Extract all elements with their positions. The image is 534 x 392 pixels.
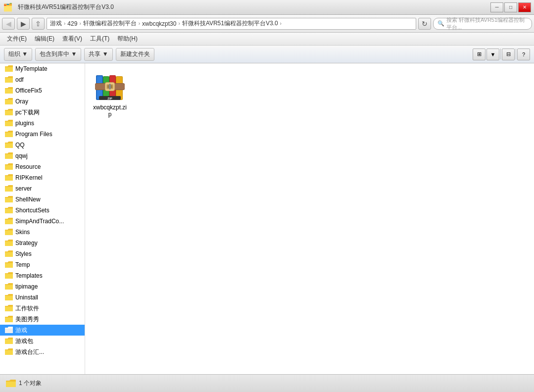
up-button[interactable]: ⇧ — [32, 18, 45, 30]
folder-name: 工作软件 — [15, 304, 39, 313]
share-button[interactable]: 共享 ▼ — [84, 48, 112, 61]
view-options-button[interactable]: ▼ — [486, 49, 499, 60]
toolbar-separator — [500, 49, 501, 59]
folder-name: Temp — [15, 261, 30, 268]
folder-name: 游戏台汇... — [15, 348, 44, 356]
folder-name: server — [15, 185, 32, 192]
folder-name: Strategy — [15, 240, 38, 246]
organize-button[interactable]: 组织 ▼ — [4, 48, 32, 61]
folder-name: odf — [15, 76, 24, 83]
folder-icon — [5, 218, 13, 225]
folder-icon — [5, 98, 13, 105]
folder-icon — [5, 240, 13, 246]
search-bar[interactable]: 🔍 搜索 轩微科技AVR51编程器控制平台... — [433, 18, 532, 30]
sidebar-folder-item[interactable]: server — [0, 183, 85, 194]
sidebar-folder-item[interactable]: RIPKernel — [0, 172, 85, 183]
path-sep-2: › — [79, 21, 81, 26]
folder-name: OfficeFix5 — [15, 87, 42, 94]
view-toggle-button[interactable]: ⊞ — [473, 49, 485, 60]
status-text: 1 个对象 — [19, 379, 42, 388]
new-folder-button[interactable]: 新建文件夹 — [116, 48, 154, 61]
sidebar-folder-item[interactable]: ShortcutSets — [0, 205, 85, 216]
sidebar-folder-item[interactable]: 游戏包 — [0, 336, 85, 346]
folder-name: SimpAndTradCo... — [15, 218, 64, 225]
toolbar-separator-2 — [516, 49, 516, 59]
back-button[interactable]: ◀ — [2, 18, 15, 30]
folder-icon — [5, 327, 13, 334]
sidebar-folder-item[interactable]: SimpAndTradCo... — [0, 216, 85, 227]
status-bar: 1 个对象 — [0, 374, 534, 392]
path-sep-4: › — [178, 21, 180, 26]
menu-view[interactable]: 查看(V) — [58, 33, 86, 45]
minimize-button[interactable]: ─ — [490, 2, 503, 12]
sidebar-folder-item[interactable]: 工作软件 — [0, 303, 85, 314]
help-button[interactable]: ? — [517, 49, 530, 60]
sidebar-folder-item[interactable]: MyTemplate — [0, 63, 85, 74]
folder-icon — [5, 261, 13, 268]
sidebar-folder-item[interactable]: plugins — [0, 118, 85, 129]
refresh-button[interactable]: ↻ — [418, 18, 431, 30]
zip-file-icon: ZIP — [94, 70, 126, 102]
title-bar-controls: ─ □ ✕ — [490, 2, 531, 12]
menu-edit[interactable]: 编辑(E) — [31, 33, 58, 45]
sidebar-folder-item[interactable]: tipimage — [0, 281, 85, 292]
sidebar-folder-item[interactable]: Program Files — [0, 129, 85, 140]
sidebar-folder-item[interactable]: 美图秀秀 — [0, 314, 85, 325]
folder-name: Styles — [15, 250, 32, 257]
sidebar-folder-item[interactable]: 游戏 — [0, 325, 85, 336]
sidebar-folder-item[interactable]: OfficeFix5 — [0, 85, 85, 96]
folder-name: QQ — [15, 142, 25, 148]
sidebar-folder-item[interactable]: Styles — [0, 248, 85, 259]
preview-pane-button[interactable]: ⊟ — [502, 49, 515, 60]
folder-icon — [5, 316, 13, 323]
sidebar-folder-item[interactable]: Uninstall — [0, 292, 85, 303]
title-bar: 🗂️ 轩微科技AVR51编程器控制平台V3.0 ─ □ ✕ — [0, 0, 534, 15]
maximize-button[interactable]: □ — [504, 2, 517, 12]
main-area: MyTemplate odf OfficeFix5 Oray pc下载网 plu… — [0, 63, 534, 374]
path-part-4: xwbcqkzpt30 — [142, 20, 176, 27]
folder-icon — [5, 174, 13, 181]
sidebar-folder-item[interactable]: Strategy — [0, 238, 85, 248]
folder-icon — [5, 120, 13, 127]
address-bar[interactable]: 游戏 › 429 › 轩微编程器控制平台 › xwbcqkzpt30 › 轩微科… — [47, 18, 416, 30]
sidebar-folder-item[interactable]: pc下载网 — [0, 107, 85, 118]
sidebar-folder-item[interactable]: Skins — [0, 227, 85, 238]
folder-name: plugins — [15, 120, 34, 127]
menu-tools[interactable]: 工具(T) — [86, 33, 113, 45]
close-button[interactable]: ✕ — [518, 2, 531, 12]
sidebar-folder-item[interactable]: ShellNew — [0, 194, 85, 205]
folder-icon — [5, 272, 13, 279]
folder-icon — [5, 294, 13, 301]
menu-help[interactable]: 帮助(H) — [113, 33, 142, 45]
sidebar-folder-item[interactable]: Templates — [0, 270, 85, 281]
path-part-3: 轩微编程器控制平台 — [83, 19, 137, 28]
folder-icon — [5, 207, 13, 214]
file-item-zip[interactable]: ZIP xwbcqkzpt.zip — [90, 68, 130, 120]
folder-name: RIPKernel — [15, 174, 43, 181]
folder-icon — [5, 87, 13, 94]
sidebar-folder-item[interactable]: 游戏台汇... — [0, 346, 85, 357]
sidebar-folder-item[interactable]: QQ — [0, 140, 85, 150]
folder-icon — [5, 152, 13, 159]
folder-name: Program Files — [15, 131, 52, 138]
menu-file[interactable]: 文件(E) — [3, 33, 31, 45]
svg-rect-15 — [109, 84, 111, 90]
folder-icon — [5, 131, 13, 138]
forward-button[interactable]: ▶ — [17, 18, 30, 30]
search-placeholder: 搜索 轩微科技AVR51编程器控制平台... — [446, 16, 528, 31]
include-library-button[interactable]: 包含到库中 ▼ — [35, 48, 81, 61]
folder-icon — [5, 65, 13, 72]
folder-icon — [5, 142, 13, 148]
sidebar-folder-item[interactable]: qqwj — [0, 150, 85, 161]
folder-name: 游戏包 — [15, 337, 33, 345]
sidebar-folder-item[interactable]: Oray — [0, 96, 85, 107]
folder-icon — [5, 185, 13, 192]
sidebar-folder-item[interactable]: Resource — [0, 161, 85, 172]
folder-icon — [5, 305, 13, 312]
folder-name: 美图秀秀 — [15, 315, 39, 324]
sidebar-folder-item[interactable]: Temp — [0, 259, 85, 270]
sidebar-folder-item[interactable]: odf — [0, 74, 85, 85]
folder-icon — [5, 229, 13, 236]
folder-icon — [5, 163, 13, 170]
address-path: 游戏 › 429 › 轩微编程器控制平台 › xwbcqkzpt30 › 轩微科… — [50, 19, 283, 28]
